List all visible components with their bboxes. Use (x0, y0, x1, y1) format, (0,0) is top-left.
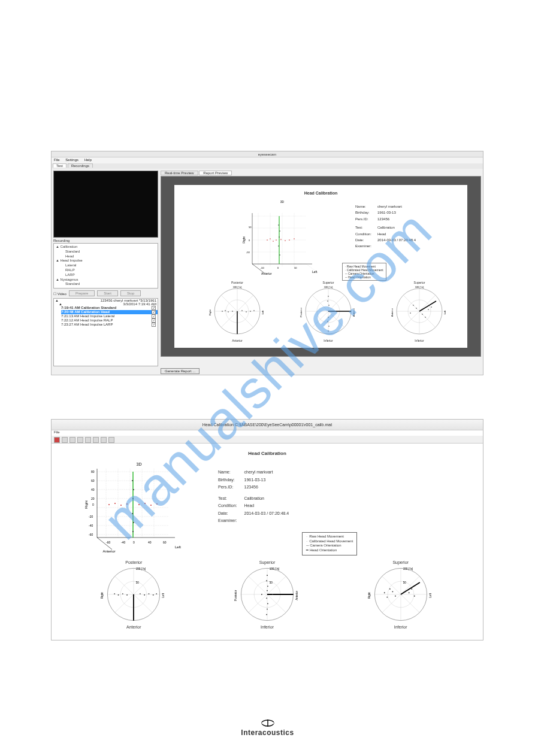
tree-ralp[interactable]: RALP (65, 268, 156, 273)
menu-settings[interactable]: Settings (65, 158, 78, 162)
svg-text:40: 40 (91, 488, 95, 491)
polar-chart-large-1: Posterior 150 [°/s] 50 Right Left Anteri… (83, 560, 185, 629)
svg-point-119 (132, 513, 133, 514)
svg-text:20: 20 (91, 497, 95, 500)
svg-point-187 (392, 591, 393, 593)
tab-recordings[interactable]: Recordings (68, 163, 93, 168)
svg-text:Anterior: Anterior (261, 272, 272, 275)
patient-info-2: Name:cheryl markvart Birthday:1961-03-13… (217, 468, 290, 526)
menu-file[interactable]: File (54, 158, 60, 162)
svg-point-18 (273, 241, 274, 242)
svg-text:0: 0 (249, 239, 250, 242)
svg-point-120 (133, 522, 134, 523)
svg-text:Right: Right (101, 592, 104, 599)
svg-point-109 (114, 503, 116, 504)
svg-point-194 (383, 592, 385, 593)
svg-text:Left: Left (443, 310, 446, 315)
svg-point-190 (408, 592, 409, 593)
svg-point-22 (289, 239, 290, 241)
svg-point-80 (413, 305, 414, 306)
svg-text:0: 0 (277, 266, 279, 269)
tree-nystagmus[interactable]: Nystagmus (61, 278, 78, 281)
svg-text:Left: Left (429, 593, 432, 597)
svg-point-52 (253, 310, 255, 311)
tree-head[interactable]: Head (65, 254, 156, 259)
tree-larp[interactable]: LARP (65, 273, 156, 278)
svg-point-51 (250, 311, 251, 312)
svg-text:Posterior: Posterior (300, 307, 303, 317)
svg-point-84 (410, 312, 411, 314)
svg-text:Left: Left (175, 545, 181, 549)
polar-row-2: Posterior 150 [°/s] 50 Right Left Anteri… (55, 560, 479, 629)
tool2-icon[interactable] (108, 437, 114, 443)
svg-text:Posterior: Posterior (234, 590, 237, 601)
stop-button[interactable]: Stop (120, 290, 141, 296)
session-item[interactable]: 7:23:27 AM Head Impulse LARP✓ (61, 323, 158, 327)
chart-3d-large: 3D Right 806040200-20-40-60 Anterior Lef… (73, 460, 205, 555)
tab-report-preview[interactable]: Report Preview (199, 171, 232, 175)
footer-brand: Interacoustics (241, 728, 294, 737)
svg-text:100 [°/s]: 100 [°/s] (415, 286, 424, 289)
svg-text:Anterior: Anterior (102, 549, 115, 553)
video-checkbox[interactable]: ☐ Video (53, 292, 67, 296)
prepare-button[interactable]: Prepare (69, 290, 95, 296)
report-window: Head Calibration C:\IABASE\200\EyeSeeCam… (51, 419, 483, 640)
svg-point-50 (246, 311, 247, 312)
chart-legend-2: · Raw Head Movement · Calibrated Head Mo… (302, 532, 357, 555)
menubar: File Settings Help (52, 157, 483, 163)
svg-point-64 (327, 300, 328, 302)
svg-point-147 (122, 593, 123, 594)
generate-report-button[interactable]: Generate Report ... (161, 368, 200, 374)
svg-text:-20: -20 (89, 515, 93, 518)
report-title-2: Head Calibration (55, 451, 479, 456)
tree-lateral[interactable]: Lateral (65, 263, 156, 268)
svg-point-45 (222, 311, 223, 312)
svg-text:3D: 3D (137, 462, 142, 466)
left-pane: Recording ▲ Calibration Standard Head ▲ … (53, 171, 158, 366)
svg-point-172 (266, 614, 267, 615)
svg-point-121 (132, 531, 134, 532)
tree-standard[interactable]: Standard (65, 250, 156, 254)
svg-point-115 (156, 503, 158, 505)
svg-point-168 (267, 590, 268, 591)
menu-help[interactable]: Help (84, 158, 92, 162)
svg-point-16 (267, 239, 268, 241)
pan-icon[interactable] (85, 437, 91, 443)
svg-point-67 (327, 321, 328, 322)
save-icon[interactable] (62, 437, 68, 443)
toolbar (52, 436, 483, 444)
svg-point-68 (328, 326, 330, 327)
svg-point-112 (138, 504, 140, 505)
tree-calibration[interactable]: Calibration (61, 245, 78, 248)
tool-icon[interactable] (101, 437, 107, 443)
report-viewport[interactable]: Head Calibration 3D Right 500-50 Anterio… (161, 176, 481, 357)
print-icon[interactable] (69, 437, 75, 443)
svg-point-110 (120, 505, 122, 506)
tab-realtime[interactable]: Real-time Preview (161, 171, 198, 175)
svg-point-146 (118, 594, 119, 596)
session-item[interactable]: 7:21:13 AM Head Impulse Lateral✓ (61, 314, 158, 318)
rotate-icon[interactable] (93, 437, 99, 443)
svg-text:50: 50 (249, 226, 252, 229)
zoom-icon[interactable] (77, 437, 83, 443)
session-item-selected[interactable]: 7:20:48 AM Calibration Head✓ (61, 310, 158, 314)
svg-point-117 (133, 489, 134, 490)
tab-test[interactable]: Test (53, 163, 67, 168)
svg-point-86 (431, 306, 432, 308)
session-item[interactable]: 7:22:12 AM Head Impulse RALP✓ (61, 318, 158, 323)
menu-file-2[interactable]: File (54, 430, 60, 434)
start-button[interactable]: Start (97, 290, 118, 296)
svg-point-165 (267, 575, 268, 576)
protocol-tree[interactable]: ▲ Calibration Standard Head ▲ Head Impul… (53, 243, 158, 289)
tree-nys-standard[interactable]: Standard (65, 282, 156, 287)
report-body: Head Calibration 3D Right 806040200-20-4… (52, 444, 483, 633)
svg-point-145 (114, 593, 116, 594)
report-page: Head Calibration 3D Right 500-50 Anterio… (174, 185, 467, 348)
svg-text:50: 50 (136, 581, 140, 584)
session-list[interactable]: ▲ 123456 cheryl markvart *3/13/1961 ▲ 3/… (53, 298, 158, 366)
tree-headimpulse[interactable]: Head Impulse (61, 259, 83, 262)
session-item[interactable]: 7:19:41 AM Calibration Standard✓ (61, 306, 158, 310)
svg-point-169 (266, 597, 267, 599)
pdf-icon[interactable] (54, 437, 60, 443)
svg-text:-50: -50 (261, 266, 265, 269)
